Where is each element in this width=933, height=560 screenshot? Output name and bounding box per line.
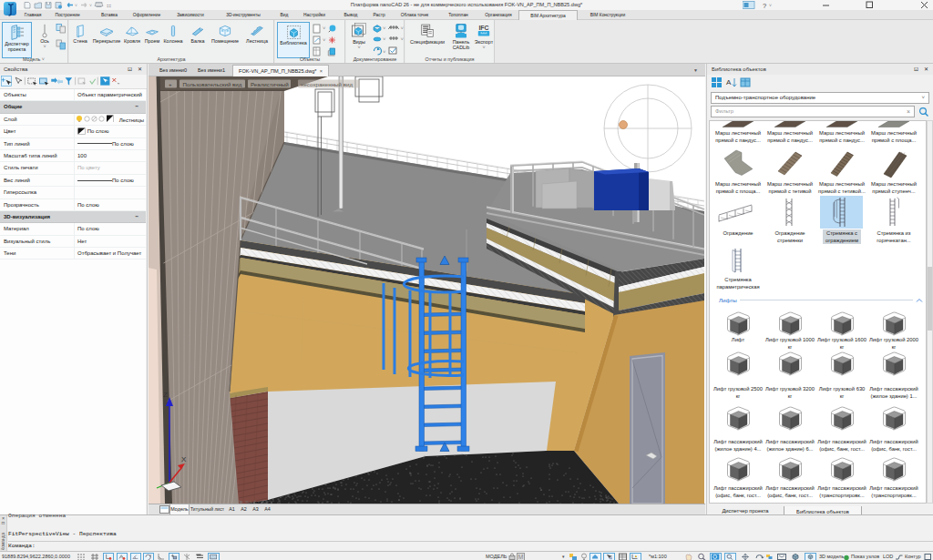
svg-text:Лифт: Лифт: [732, 337, 745, 342]
svg-text:(транспортировк...: (транспортировк...: [819, 493, 865, 498]
svg-text:Лифт пассажирский: Лифт пассажирский: [713, 485, 763, 491]
svg-text:⚏: ⚏: [107, 3, 111, 8]
svg-text:Лифт пассажирский: Лифт пассажирский: [765, 485, 815, 491]
svg-text:Лифт пассажирский: Лифт пассажирский: [869, 485, 918, 491]
svg-text:прямой ступенч...: прямой ступенч...: [872, 188, 916, 194]
svg-text:Лифт пассажирский: Лифт пассажирский: [869, 439, 918, 444]
svg-text:(офис, банк, гост...: (офис, банк, гост...: [715, 493, 761, 498]
svg-text:(офис, банк, гост...: (офис, банк, гост...: [871, 446, 917, 452]
svg-text:˅: ˅: [383, 25, 386, 31]
svg-text:Лифты: Лифты: [719, 297, 737, 303]
svg-text:ограждением: ограждением: [825, 238, 858, 243]
svg-text:Лифт пассажирский: Лифт пассажирский: [713, 439, 763, 444]
svg-text:Марш лестничный: Марш лестничный: [819, 181, 865, 187]
svg-text:Стремянка: Стремянка: [724, 277, 752, 282]
svg-text:Лифт грузовой 630: Лифт грузовой 630: [819, 386, 866, 392]
svg-text:Марш лестничный: Марш лестничный: [819, 130, 865, 136]
svg-text:М: М: [518, 554, 524, 560]
svg-text:(жилое здание) 4...: (жилое здание) 4...: [715, 446, 762, 452]
svg-text:˅: ˅: [401, 25, 405, 31]
svg-text:Лифт грузовой 1600: Лифт грузовой 1600: [817, 337, 866, 342]
svg-text:Марш лестничный: Марш лестничный: [715, 181, 761, 187]
svg-text:параметрическая: параметрическая: [716, 284, 759, 290]
svg-text:˅: ˅: [75, 3, 77, 8]
svg-text:Лифт пассажирский: Лифт пассажирский: [817, 485, 866, 491]
svg-text:А: А: [726, 78, 732, 87]
svg-text:прямой с пандус...: прямой с пандус...: [767, 137, 813, 143]
svg-text:прямой с тетивой...: прямой с тетивой...: [818, 188, 866, 194]
svg-text:˅: ˅: [769, 3, 772, 8]
svg-text:Реалистичный: Реалистичный: [251, 81, 289, 87]
svg-text:(жилое здание) 6...: (жилое здание) 6...: [767, 446, 814, 452]
svg-text:˅: ˅: [323, 25, 326, 31]
svg-text:прямой с пандус...: прямой с пандус...: [819, 137, 865, 143]
svg-text:˅: ˅: [89, 3, 92, 8]
svg-text:кг: кг: [840, 344, 845, 350]
svg-text:Лифт пассажирский: Лифт пассажирский: [869, 386, 918, 392]
svg-text:несохраненный вид: несохраненный вид: [301, 81, 353, 87]
svg-text:прямой с пандус...: прямой с пандус...: [715, 137, 761, 143]
svg-text:кг: кг: [736, 393, 741, 399]
svg-text:прямой с площа...: прямой с площа...: [872, 137, 917, 143]
svg-text:прямой с тетивой: прямой с тетивой: [769, 188, 812, 194]
svg-text:Марш лестничный: Марш лестничный: [871, 181, 917, 187]
svg-text:кг: кг: [788, 393, 793, 399]
svg-text:Ограждение: Ограждение: [723, 230, 753, 236]
svg-text:Лифт грузовой 2500: Лифт грузовой 2500: [713, 386, 763, 392]
svg-text:˅: ˅: [383, 36, 386, 42]
svg-text:кг: кг: [892, 344, 897, 350]
svg-text:˅: ˅: [383, 49, 386, 55]
svg-text:Z: Z: [163, 391, 168, 399]
svg-text:Пользовательский вид: Пользовательский вид: [183, 81, 242, 87]
svg-text:?: ?: [763, 2, 766, 10]
svg-text:Лифт пассажирский: Лифт пассажирский: [817, 439, 866, 444]
svg-text:кг: кг: [788, 344, 793, 350]
svg-text:(транспортировк...: (транспортировк...: [871, 493, 917, 498]
svg-text:прямой с площа...: прямой с площа...: [716, 188, 761, 194]
svg-text:кг: кг: [840, 393, 845, 399]
svg-text:Ограждение: Ограждение: [774, 230, 805, 236]
svg-text:Лифт пассажирский: Лифт пассажирский: [765, 439, 815, 444]
svg-text:Лифт грузовой 1000: Лифт грузовой 1000: [765, 337, 815, 342]
svg-text:горячекатан...: горячекатан...: [877, 238, 911, 243]
svg-text:X: X: [181, 455, 187, 463]
svg-text:˅: ˅: [401, 36, 405, 42]
svg-text:Марш лестничный: Марш лестничный: [715, 130, 761, 136]
svg-text:Стремянка с: Стремянка с: [826, 230, 857, 236]
svg-text:Лифт грузовой 3200: Лифт грузовой 3200: [765, 386, 815, 392]
svg-text:Марш лестничный: Марш лестничный: [767, 130, 813, 136]
svg-text:Лифт грузовой 2000: Лифт грузовой 2000: [869, 337, 918, 342]
svg-text:(офис, банк, гост...: (офис, банк, гост...: [819, 446, 865, 452]
svg-text:(жилое здание) 1...: (жилое здание) 1...: [871, 393, 918, 399]
svg-text:Стремянка из: Стремянка из: [877, 230, 910, 236]
svg-text:Марш лестничный: Марш лестничный: [871, 130, 917, 136]
svg-text:˅: ˅: [323, 37, 326, 43]
svg-text:стремянки: стремянки: [777, 238, 803, 243]
svg-text:IFC: IFC: [478, 25, 488, 31]
svg-text:Марш лестничный: Марш лестничный: [767, 181, 813, 187]
svg-text:+: +: [169, 81, 172, 87]
svg-text:(офис, банк, гост...: (офис, банк, гост...: [767, 493, 813, 498]
